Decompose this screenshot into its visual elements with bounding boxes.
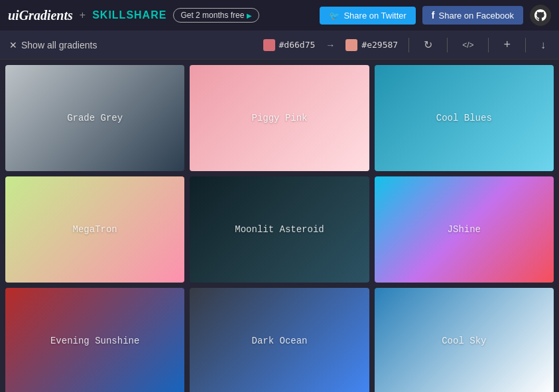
gradient-card-evening-sunshine[interactable]: Evening Sunshine — [5, 288, 184, 392]
gradient-grid: Grade GreyPiggy PinkCool BluesMegaTronMo… — [0, 60, 559, 392]
refresh-icon: ↻ — [424, 38, 432, 51]
gradient-card-megatron[interactable]: MegaTron — [5, 176, 184, 283]
divider3 — [488, 38, 489, 52]
gradient-label-dark-ocean: Dark Ocean — [251, 336, 307, 346]
share-facebook-button[interactable]: f Share on Facebook — [422, 6, 523, 25]
code-icon: </> — [462, 40, 473, 50]
github-button[interactable] — [530, 5, 551, 26]
divider — [408, 38, 409, 52]
code-button[interactable]: </> — [458, 38, 477, 52]
gradient-card-moonlit-asteroid[interactable]: Moonlit Asteroid — [190, 176, 369, 283]
gradient-card-cool-blues[interactable]: Cool Blues — [375, 65, 554, 171]
show-all-gradients[interactable]: ✕ Show all gradients — [9, 40, 97, 50]
download-button[interactable]: ↓ — [536, 36, 550, 54]
gradient-card-grade-grey[interactable]: Grade Grey — [5, 65, 184, 171]
gradient-label-jshine: JShine — [448, 224, 481, 235]
gradient-label-megatron: MegaTron — [73, 224, 117, 235]
gradient-label-grade-grey: Grade Grey — [67, 113, 123, 123]
color-to-swatch — [345, 39, 357, 51]
get-free-button[interactable]: Get 2 months free ▶ — [173, 8, 259, 23]
color-to-section: #e29587 — [345, 39, 398, 51]
header: uiGradients + SKILLSHARE Get 2 months fr… — [0, 0, 559, 31]
close-icon: ✕ — [9, 40, 17, 50]
share-twitter-button[interactable]: 🐦 Share on Twitter — [320, 7, 415, 25]
gradient-card-dark-ocean[interactable]: Dark Ocean — [190, 288, 369, 392]
facebook-icon: f — [432, 10, 435, 21]
github-icon — [534, 9, 546, 21]
gradient-label-piggy-pink: Piggy Pink — [251, 113, 307, 123]
download-icon: ↓ — [540, 39, 546, 51]
gradient-card-jshine[interactable]: JShine — [375, 176, 554, 283]
divider4 — [525, 38, 526, 52]
toolbar: ✕ Show all gradients #d66d75 → #e29587 ↻… — [0, 31, 559, 60]
refresh-button[interactable]: ↻ — [420, 36, 436, 54]
gradient-label-cool-blues: Cool Blues — [436, 113, 492, 123]
divider2 — [447, 38, 448, 52]
add-icon: + — [503, 38, 511, 52]
gradient-label-cool-sky: Cool Sky — [442, 336, 486, 346]
gradient-label-evening-sunshine: Evening Sunshine — [50, 336, 139, 346]
color-from-swatch — [263, 39, 275, 51]
twitter-icon: 🐦 — [329, 11, 340, 21]
logo: uiGradients — [8, 8, 73, 23]
arrow-icon: ▶ — [247, 12, 252, 19]
arrow-right-icon: → — [326, 40, 335, 50]
color-from-section: #d66d75 — [263, 39, 316, 51]
gradient-label-moonlit-asteroid: Moonlit Asteroid — [235, 224, 324, 235]
color-from-value: #d66d75 — [279, 40, 316, 50]
color-to-value: #e29587 — [361, 40, 398, 50]
gradient-card-piggy-pink[interactable]: Piggy Pink — [190, 65, 369, 171]
gradient-card-cool-sky[interactable]: Cool Sky — [375, 288, 554, 392]
add-button[interactable]: + — [499, 35, 515, 54]
plus-separator: + — [80, 9, 86, 21]
skillshare-logo: SKILLSHARE — [92, 9, 166, 21]
